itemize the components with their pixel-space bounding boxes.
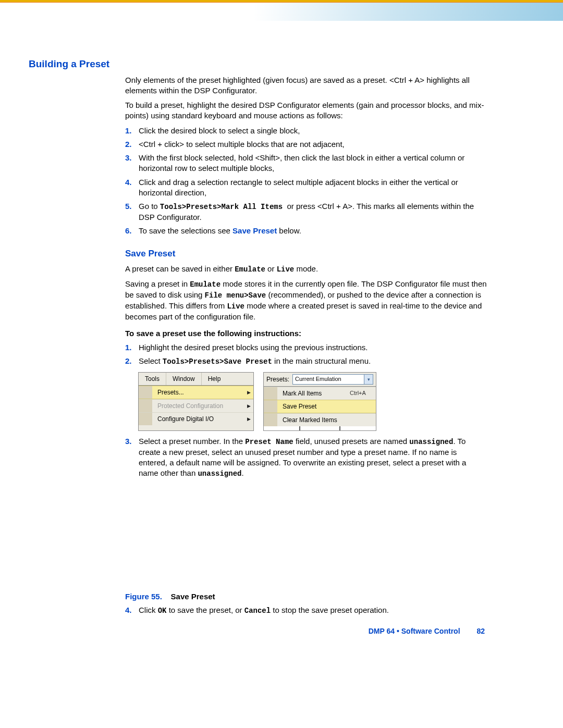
step-num: 1.	[125, 342, 139, 353]
save-step-2: 2. Select Tools>Presets>Save Preset in t…	[125, 356, 487, 367]
combo-dropdown-icon[interactable]: ▾	[364, 375, 373, 384]
save-preset-link[interactable]: Save Preset	[232, 226, 277, 235]
save-steps-list-cont: 3. Select a preset number. In the Preset…	[125, 436, 487, 479]
combo-text: Current Emulation	[293, 375, 364, 383]
intro-paragraph-2: To build a preset, highlight the desired…	[125, 100, 487, 121]
save-steps-list: 1. Highlight the desired preset blocks u…	[125, 342, 487, 367]
menu-screenshot: Tools Window Help Presets... ▶ Protected…	[138, 372, 545, 431]
menubar: Tools Window Help	[139, 373, 253, 386]
menu-item-protected-config[interactable]: Protected Configuration ▶	[139, 399, 253, 412]
save-preset-p2: Saving a preset in Emulate mode stores i…	[125, 279, 487, 322]
footer-text: DMP 64 • Software Control	[369, 627, 460, 635]
step-text: Go to Tools>Presets>Mark All Items or pr…	[139, 201, 487, 223]
menu-window[interactable]: Window	[166, 373, 202, 385]
menu-gutter	[264, 387, 277, 400]
figure-placeholder-space	[76, 482, 545, 586]
step-num: 4.	[125, 177, 139, 199]
submenu-arrow-icon: ▶	[244, 389, 253, 396]
submenu-arrow-icon: ▶	[244, 403, 253, 409]
page-footer: DMP 64 • Software Control 82	[76, 626, 485, 636]
step-text: Highlight the desired preset blocks usin…	[139, 342, 487, 353]
submenu-arrow-icon: ▶	[244, 416, 253, 422]
step-4: 4. Click and drag a selection rectangle …	[125, 177, 487, 199]
intro-paragraph-1: Only elements of the preset highlighted …	[125, 75, 487, 96]
panel-footer	[264, 426, 376, 430]
menu-gutter	[139, 400, 152, 412]
menu-gutter	[264, 414, 277, 426]
menu-gutter	[139, 413, 152, 425]
menu-tools[interactable]: Tools	[139, 373, 166, 385]
step-text: <Ctrl + click> to select multiple blocks…	[139, 139, 487, 150]
step-num: 6.	[125, 226, 139, 236]
step-6: 6. To save the selections see Save Prese…	[125, 226, 487, 236]
step-3: 3. With the first block selected, hold <…	[125, 153, 487, 174]
tools-menu-panel: Tools Window Help Presets... ▶ Protected…	[138, 372, 254, 431]
shortcut-text: Ctrl+A	[350, 389, 376, 397]
step-num: 3.	[125, 436, 139, 479]
save-step-4: 4. Click OK to save the preset, or Cance…	[125, 605, 487, 616]
step-num: 2.	[125, 139, 139, 150]
step-text: Click OK to save the preset, or Cancel t…	[139, 605, 487, 616]
step-2: 2. <Ctrl + click> to select multiple blo…	[125, 139, 487, 150]
menu-item-clear-marked[interactable]: Clear Marked Items	[264, 413, 376, 426]
step-text: With the first block selected, hold <Shi…	[139, 153, 487, 174]
menu-item-mark-all[interactable]: Mark All Items Ctrl+A	[264, 387, 376, 400]
instructions-heading: To save a preset use the following instr…	[125, 328, 487, 339]
step-text: Select Tools>Presets>Save Preset in the …	[139, 356, 487, 367]
step-1: 1. Click the desired block to select a s…	[125, 126, 487, 136]
step-num: 2.	[125, 356, 139, 367]
save-preset-p1: A preset can be saved in either Emulate …	[125, 264, 487, 275]
step-text: Select a preset number. In the Preset Na…	[139, 436, 487, 479]
figure-title: Save Preset	[171, 592, 215, 601]
step-text: Click the desired block to select a sing…	[139, 126, 487, 136]
presets-toolbar: Presets: Current Emulation ▾	[264, 373, 376, 387]
step-num: 5.	[125, 201, 139, 223]
save-step-1: 1. Highlight the desired preset blocks u…	[125, 342, 487, 353]
build-steps-list: 1. Click the desired block to select a s…	[125, 126, 487, 237]
save-step-3: 3. Select a preset number. In the Preset…	[125, 436, 487, 479]
step-5: 5. Go to Tools>Presets>Mark All Items or…	[125, 201, 487, 223]
menu-item-presets[interactable]: Presets... ▶	[139, 386, 253, 399]
save-steps-list-final: 4. Click OK to save the preset, or Cance…	[125, 605, 487, 616]
menu-gutter	[139, 386, 152, 399]
figure-label: Figure 55.	[125, 592, 162, 601]
menu-item-digital-io[interactable]: Configure Digital I/O ▶	[139, 412, 253, 425]
presets-combo[interactable]: Current Emulation ▾	[292, 374, 373, 385]
menu-gutter	[264, 400, 277, 413]
step-num: 4.	[125, 605, 139, 616]
presets-label: Presets:	[266, 375, 289, 384]
heading-save-preset: Save Preset	[125, 248, 545, 260]
heading-building-preset: Building a Preset	[29, 57, 545, 71]
page-content: Building a Preset Only elements of the p…	[76, 57, 545, 636]
step-num: 1.	[125, 126, 139, 136]
presets-submenu-panel: Presets: Current Emulation ▾ Mark All It…	[263, 372, 376, 431]
figure-caption: Figure 55. Save Preset	[125, 591, 545, 602]
page-number: 82	[476, 627, 485, 635]
menu-item-save-preset[interactable]: Save Preset	[264, 400, 376, 413]
presets-dropdown: Mark All Items Ctrl+A Save Preset Clear …	[264, 387, 376, 426]
tools-dropdown: Presets... ▶ Protected Configuration ▶ C…	[139, 386, 253, 425]
menu-help[interactable]: Help	[202, 373, 227, 385]
step-text: To save the selections see Save Preset b…	[139, 226, 487, 236]
header-gradient-bar	[0, 0, 563, 21]
step-text: Click and drag a selection rectangle to …	[139, 177, 487, 199]
step-num: 3.	[125, 153, 139, 174]
